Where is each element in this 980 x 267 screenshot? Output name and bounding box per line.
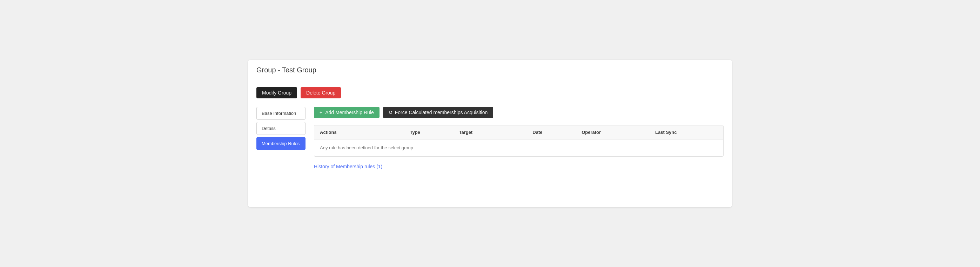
sidebar-item-membership-rules[interactable]: Membership Rules (256, 137, 305, 150)
col-header-operator: Operator (576, 125, 649, 139)
table-body: Any rule has been defined for the select… (314, 139, 723, 156)
content-area: + Add Membership Rule ↺ Force Calculated… (314, 107, 724, 169)
top-actions-row: Modify Group Delete Group (256, 87, 724, 98)
main-layout: Base Information Details Membership Rule… (256, 107, 724, 169)
table-header: Actions Type Target Date (314, 125, 723, 139)
empty-message: Any rule has been defined for the select… (314, 139, 723, 156)
history-link[interactable]: History of Membership rules (1) (314, 164, 382, 169)
membership-rules-table-container: Actions Type Target Date (314, 125, 724, 157)
plus-icon: + (320, 110, 322, 115)
content-action-row: + Add Membership Rule ↺ Force Calculated… (314, 107, 724, 118)
card-header: Group - Test Group (248, 60, 732, 80)
col-header-actions: Actions (314, 125, 404, 139)
col-header-date: Date (527, 125, 576, 139)
table-empty-row: Any rule has been defined for the select… (314, 139, 723, 156)
col-header-last-sync: Last Sync (649, 125, 723, 139)
sidebar: Base Information Details Membership Rule… (256, 107, 305, 169)
force-calc-button[interactable]: ↺ Force Calculated memberships Acquisiti… (383, 107, 493, 118)
col-header-type: Type (404, 125, 453, 139)
page-title: Group - Test Group (256, 66, 317, 74)
main-card: Group - Test Group Modify Group Delete G… (248, 60, 732, 207)
sidebar-item-details[interactable]: Details (256, 122, 305, 135)
sidebar-item-base-information[interactable]: Base Information (256, 107, 305, 120)
history-link-container: History of Membership rules (1) (314, 164, 724, 169)
delete-group-button[interactable]: Delete Group (301, 87, 341, 98)
add-membership-rule-button[interactable]: + Add Membership Rule (314, 107, 380, 118)
modify-group-button[interactable]: Modify Group (256, 87, 297, 98)
refresh-icon: ↺ (389, 110, 393, 115)
membership-rules-table: Actions Type Target Date (314, 125, 723, 156)
card-body: Modify Group Delete Group Base Informati… (248, 80, 732, 176)
col-header-target: Target (453, 125, 527, 139)
